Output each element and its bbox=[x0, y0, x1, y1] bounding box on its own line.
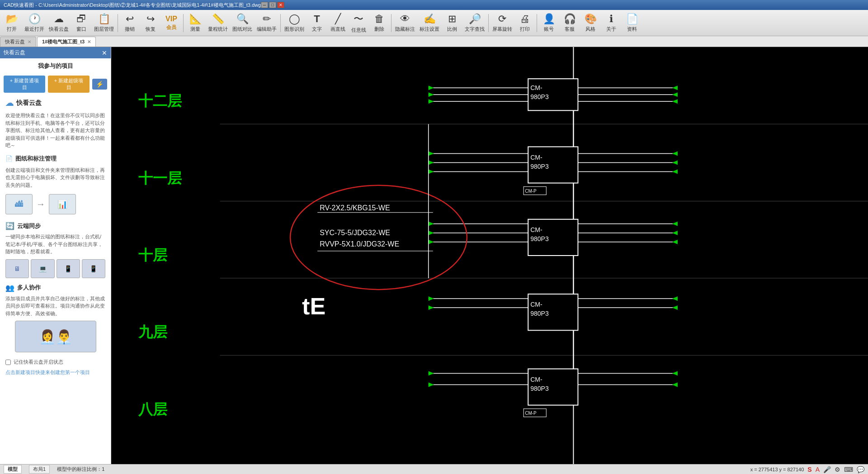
delete-icon: 🗑 bbox=[374, 13, 384, 25]
layout-tab[interactable]: 布局1 bbox=[29, 465, 50, 474]
svg-text:RVVP-5X1.0/JDG32-WE: RVVP-5X1.0/JDG32-WE bbox=[320, 240, 399, 248]
toolbar-measure2-label: 量程统计 bbox=[208, 26, 228, 33]
sidebar-collab-image-row: 👩‍💼👨‍💼 bbox=[0, 319, 111, 356]
sidebar-drawing-mgmt-label: 图纸和标注管理 bbox=[15, 155, 57, 163]
titlebar: CAD快速看图 - C:\Users\Administrator\Desktop… bbox=[0, 0, 868, 10]
sync-img-laptop: 💻 bbox=[31, 259, 54, 278]
freeline-icon: 〜 bbox=[354, 12, 363, 26]
toolbar-helper[interactable]: ✏ 编辑助手 bbox=[255, 11, 278, 35]
toolbar-measure2[interactable]: 📏 量程统计 bbox=[206, 11, 230, 35]
toolbar-scale[interactable]: ⊞ 比例 bbox=[442, 11, 462, 35]
new-super-project-button[interactable]: + 新建超级项目 bbox=[48, 76, 90, 93]
toolbar-window[interactable]: 🗗 窗口 bbox=[71, 11, 91, 35]
toolbar-print[interactable]: 🖨 打印 bbox=[515, 11, 535, 35]
toolbar-shape[interactable]: ◯ 图形识别 bbox=[283, 11, 306, 35]
sidebar-close-button[interactable]: ✕ bbox=[102, 49, 107, 57]
toolbar-hide[interactable]: 👁 隐藏标注 bbox=[393, 11, 417, 35]
toolbar-line[interactable]: ╱ 画直线 bbox=[328, 11, 348, 35]
close-button[interactable]: ✕ bbox=[277, 2, 284, 8]
main-area: 快看云盘 ✕ 我参与的项目 + 新建普通项目 + 新建超级项目 ⚡ ☁ 快看云盘… bbox=[0, 47, 868, 464]
about-icon: ℹ bbox=[609, 13, 613, 25]
sidebar-cloud-icon: ☁ bbox=[5, 98, 14, 108]
revoke-icon: ↩ bbox=[126, 13, 134, 25]
vip-icon: VIP bbox=[165, 15, 177, 23]
toolbar-delete[interactable]: 🗑 删除 bbox=[369, 11, 389, 35]
sidebar-cloud-title: ☁ 快看云盘 bbox=[0, 95, 111, 110]
sync-img-desktop: 🖥 bbox=[5, 259, 29, 278]
tab-drawing-close[interactable]: ✕ bbox=[87, 39, 91, 44]
toolbar-print-label: 打印 bbox=[520, 26, 530, 33]
sidebar-drawing-mgmt-title: 📄 图纸和标注管理 bbox=[0, 151, 111, 165]
toolbar-rotate[interactable]: ⟳ 屏幕旋转 bbox=[491, 11, 514, 35]
toolbar-cloud[interactable]: ☁ 快看云盘 bbox=[47, 11, 71, 35]
tab-drawing-label: 1#楼电气施工图_t3 bbox=[42, 38, 85, 45]
toolbar-cloud-label: 快看云盘 bbox=[49, 26, 69, 33]
toolbar-revoke[interactable]: ↩ 撤销 bbox=[120, 11, 140, 35]
toolbar-about[interactable]: ℹ 关于 bbox=[601, 11, 621, 35]
sidebar-cloud-desc: 欢迎使用快看云盘！在这里你不仅可以同步图纸和标注到手机、电脑等各个平台，还可以分… bbox=[0, 110, 111, 151]
lightning-button[interactable]: ⚡ bbox=[92, 79, 107, 90]
toolbar-style[interactable]: 🎨 风格 bbox=[580, 11, 600, 35]
docs-icon: 📄 bbox=[626, 13, 638, 25]
toolbar-measure[interactable]: 📐 测量 bbox=[185, 11, 205, 35]
toolbar-markup-label: 标注设置 bbox=[420, 26, 439, 33]
toolbar-markup[interactable]: ✍ 标注设置 bbox=[418, 11, 441, 35]
tab-drawing[interactable]: 1#楼电气施工图_t3 ✕ bbox=[37, 37, 96, 47]
coords-display: x = 2775413 y = 827140 bbox=[750, 467, 804, 472]
svg-text:980P3: 980P3 bbox=[530, 310, 549, 317]
toolbar-freeline[interactable]: 〜 任意线 bbox=[349, 11, 368, 35]
toolbar-support[interactable]: 🎧 客服 bbox=[560, 11, 580, 35]
toolbar-open[interactable]: 📂 打开 bbox=[2, 11, 22, 35]
toolbar-about-label: 关于 bbox=[606, 26, 616, 33]
toolbar-redo[interactable]: ↪ 恢复 bbox=[141, 11, 160, 35]
toolbar-account[interactable]: 👤 账号 bbox=[539, 11, 559, 35]
toolbar-recent[interactable]: 🕐 最近打开 bbox=[23, 11, 46, 35]
sidebar-header-title: 快看云盘 bbox=[4, 49, 25, 57]
sidebar-sync-images: 🖥 💻 📱 📱 bbox=[0, 257, 111, 280]
tabbar: 快看云盘 ✕ 1#楼电气施工图_t3 ✕ bbox=[0, 36, 868, 47]
toolbar-sep-4 bbox=[391, 14, 392, 32]
drawing-mgmt-icon: 📄 bbox=[5, 155, 13, 162]
statusbar: 模型 布局1 模型中的标注比例：1 x = 2775413 y = 827140… bbox=[0, 464, 868, 474]
tab-cloud[interactable]: 快看云盘 ✕ bbox=[0, 37, 36, 47]
toolbar-layer[interactable]: 📋 图层管理 bbox=[92, 11, 116, 35]
shape-icon: ◯ bbox=[289, 13, 300, 25]
toolbar-line-label: 画直线 bbox=[330, 26, 345, 33]
hide-icon: 👁 bbox=[400, 13, 410, 25]
statusbar-icon-chat[interactable]: 💬 bbox=[857, 466, 864, 473]
toolbar-textsearch-label: 文字查找 bbox=[465, 26, 485, 33]
sidebar-sync-desc: 一键同步本地和云端的图纸和标注，台式机/笔记本/手机/平板、各个平台图纸标注共享… bbox=[0, 232, 111, 257]
statusbar-icon-mic[interactable]: 🎤 bbox=[823, 466, 831, 473]
measure-icon: 📐 bbox=[189, 13, 202, 25]
svg-text:CM-: CM- bbox=[530, 376, 542, 383]
minimize-button[interactable]: ─ bbox=[261, 2, 268, 8]
svg-text:980P3: 980P3 bbox=[530, 163, 549, 170]
remember-checkbox[interactable] bbox=[5, 360, 11, 365]
toolbar-compare[interactable]: 🔍 图纸对比 bbox=[231, 11, 254, 35]
sync-icon: 🔄 bbox=[5, 222, 14, 230]
toolbar-vip[interactable]: VIP 会员 bbox=[161, 11, 181, 35]
svg-text:CM-P: CM-P bbox=[525, 189, 537, 194]
sidebar-drawing-image-row: 🏙 → 📊 bbox=[0, 190, 111, 218]
svg-text:CM-: CM- bbox=[530, 226, 542, 233]
toolbar-freeline-label: 任意线 bbox=[351, 27, 366, 33]
sidebar-footer-link[interactable]: 点击新建项目快捷来创建您第一个项目 bbox=[0, 368, 111, 377]
scale-label: 模型中的标注比例：1 bbox=[57, 466, 104, 473]
line-icon: ╱ bbox=[335, 13, 341, 25]
toolbar-vip-label: 会员 bbox=[166, 24, 176, 31]
titlebar-controls: ─ □ ✕ bbox=[261, 2, 284, 8]
tab-cloud-close[interactable]: ✕ bbox=[28, 39, 31, 44]
statusbar-icon-kb[interactable]: ⌨ bbox=[844, 466, 853, 473]
sidebar-drawing-mgmt-desc: 创建云端项目和文件夹来管理图纸和标注，再也无需担心于电脑损坏、文件误删等导致标注… bbox=[0, 165, 111, 191]
rotate-icon: ⟳ bbox=[498, 13, 506, 25]
model-tab[interactable]: 模型 bbox=[4, 465, 22, 474]
statusbar-icon-settings[interactable]: ⚙ bbox=[835, 466, 840, 473]
toolbar-sep-2 bbox=[183, 14, 184, 32]
drawing-area[interactable]: 十二层 十一层 十层 九层 八层 CM- 980P3 bbox=[111, 47, 868, 464]
toolbar-docs[interactable]: 📄 资料 bbox=[622, 11, 642, 35]
toolbar-textsearch[interactable]: 🔎 文字查找 bbox=[463, 11, 486, 35]
maximize-button[interactable]: □ bbox=[269, 2, 276, 8]
toolbar-text[interactable]: T 文字 bbox=[307, 11, 327, 35]
drawing-image-before: 🏙 bbox=[5, 194, 33, 214]
new-normal-project-button[interactable]: + 新建普通项目 bbox=[4, 76, 45, 93]
